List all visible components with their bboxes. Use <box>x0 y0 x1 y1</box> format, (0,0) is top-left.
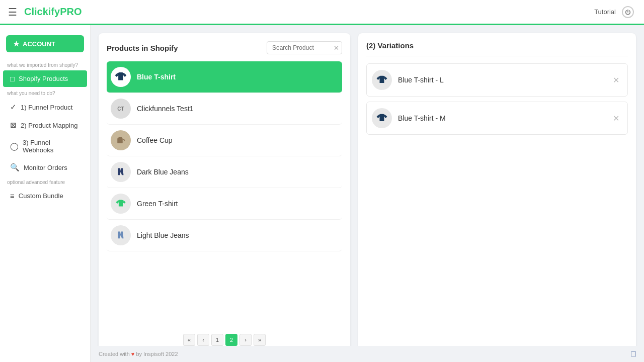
shopify-icon: □ <box>10 74 15 83</box>
product-item[interactable]: CT Clickfunnels Test1 <box>107 93 342 125</box>
variations-panel: (2) Variations Blue T-shirt - L ✕ <box>358 33 636 354</box>
svg-rect-1 <box>119 137 123 138</box>
product-avatar <box>111 194 131 214</box>
main-content: Products in Shopify ✕ Bl <box>91 25 644 362</box>
heart-icon: ♥ <box>131 351 135 357</box>
product-item[interactable]: Green T-shirt <box>107 188 342 220</box>
products-title: Products in Shopify <box>107 44 178 52</box>
variation-item: Blue T-shirt - L ✕ <box>366 63 628 97</box>
search-wrap: ✕ <box>267 41 342 54</box>
product-name: Dark Blue Jeans <box>137 168 189 176</box>
products-header: Products in Shopify ✕ <box>107 41 342 54</box>
variation-avatar <box>372 70 392 90</box>
variation-avatar <box>372 108 392 128</box>
sidebar-item-shopify-products[interactable]: □ Shopify Products <box>3 70 87 87</box>
shopify-products-label: Shopify Products <box>19 75 68 82</box>
topbar: ☰ ClickifyPRO Tutorial <box>0 0 644 25</box>
product-avatar <box>111 162 131 182</box>
variation-item: Blue T-shirt - M ✕ <box>366 102 628 135</box>
products-panel: Products in Shopify ✕ Bl <box>99 33 350 354</box>
product-avatar: CT <box>111 99 131 119</box>
product-avatar <box>111 130 131 150</box>
variation-name: Blue T-shirt - L <box>398 76 604 84</box>
last-page-button[interactable]: » <box>254 334 266 346</box>
sidebar-item-funnel-webhooks[interactable]: ◯ 3) Funnel Webhooks <box>3 135 87 158</box>
product-name: Green T-shirt <box>137 200 178 208</box>
logo-accent: PRO <box>60 6 82 17</box>
search-input[interactable] <box>267 41 342 54</box>
grid-icon: ⊠ <box>10 121 17 130</box>
variation-close-button[interactable]: ✕ <box>610 74 622 86</box>
custom-bundle-label: Custom Bundle <box>19 192 63 200</box>
logo-text: Clickify <box>24 6 60 17</box>
page-2-button[interactable]: 2 <box>225 334 237 346</box>
product-name: Light Blue Jeans <box>137 231 189 239</box>
first-page-button[interactable]: « <box>183 334 195 346</box>
sidebar-item-monitor-orders[interactable]: 🔍 Monitor Orders <box>3 159 87 176</box>
product-item[interactable]: Light Blue Jeans <box>107 220 342 251</box>
product-name: Clickfunnels Test1 <box>137 105 194 113</box>
power-button[interactable] <box>622 6 634 18</box>
account-button[interactable]: ★ ACCOUNT <box>6 35 84 52</box>
sidebar-item-custom-bundle[interactable]: ≡ Custom Bundle <box>3 188 87 204</box>
page-1-button[interactable]: 1 <box>211 334 223 346</box>
product-avatar <box>111 67 131 87</box>
import-label: what we imported from shopify? <box>0 59 90 70</box>
check-icon: ✓ <box>10 103 17 112</box>
circle-icon: ◯ <box>10 142 19 151</box>
footer: Created with ♥ by Inspisoft 2022 □ <box>91 346 644 362</box>
tutorial-button[interactable]: Tutorial <box>594 8 616 16</box>
sidebar-item-product-mapping[interactable]: ⊠ 2) Product Mapping <box>3 117 87 134</box>
variation-close-button[interactable]: ✕ <box>610 113 622 124</box>
funnel-product-label: 1) Funnel Product <box>21 104 72 111</box>
product-mapping-label: 2) Product Mapping <box>21 122 77 129</box>
prev-page-button[interactable]: ‹ <box>197 334 209 346</box>
product-item[interactable]: Coffee Cup <box>107 125 342 156</box>
search-clear-icon[interactable]: ✕ <box>334 44 339 52</box>
funnel-webhooks-label: 3) Funnel Webhooks <box>23 139 80 154</box>
optional-label: optional advanced feature <box>0 176 90 187</box>
variations-title: (2) Variations <box>366 41 628 56</box>
product-list: Blue T-shirt CT Clickfunnels Test1 <box>107 61 342 324</box>
monitor-orders-label: Monitor Orders <box>24 164 67 171</box>
list-icon: ≡ <box>10 192 15 200</box>
product-item[interactable]: Blue T-shirt <box>107 61 342 93</box>
star-icon: ★ <box>13 40 20 48</box>
todo-label: what you need to do? <box>0 87 90 98</box>
footer-text: Created with ♥ by Inspisoft 2022 <box>99 351 178 357</box>
top-right-actions: Tutorial <box>594 6 634 18</box>
account-label: ACCOUNT <box>23 40 55 48</box>
product-item[interactable]: Dark Blue Jeans <box>107 156 342 188</box>
sidebar: ★ ACCOUNT what we imported from shopify?… <box>0 25 91 362</box>
product-name: Coffee Cup <box>137 136 173 144</box>
variation-name: Blue T-shirt - M <box>398 114 604 122</box>
main-layout: ★ ACCOUNT what we imported from shopify?… <box>0 25 644 362</box>
svg-rect-0 <box>117 138 123 144</box>
next-page-button[interactable]: › <box>239 334 252 346</box>
menu-icon[interactable]: ☰ <box>8 6 17 18</box>
logo: ClickifyPRO <box>24 6 82 18</box>
product-avatar <box>111 225 131 245</box>
sidebar-item-funnel-product[interactable]: ✓ 1) Funnel Product <box>3 99 87 116</box>
facebook-icon[interactable]: □ <box>631 349 636 358</box>
search-icon: 🔍 <box>10 163 20 172</box>
pagination: « ‹ 1 2 › » <box>107 330 342 346</box>
product-name: Blue T-shirt <box>137 73 176 81</box>
